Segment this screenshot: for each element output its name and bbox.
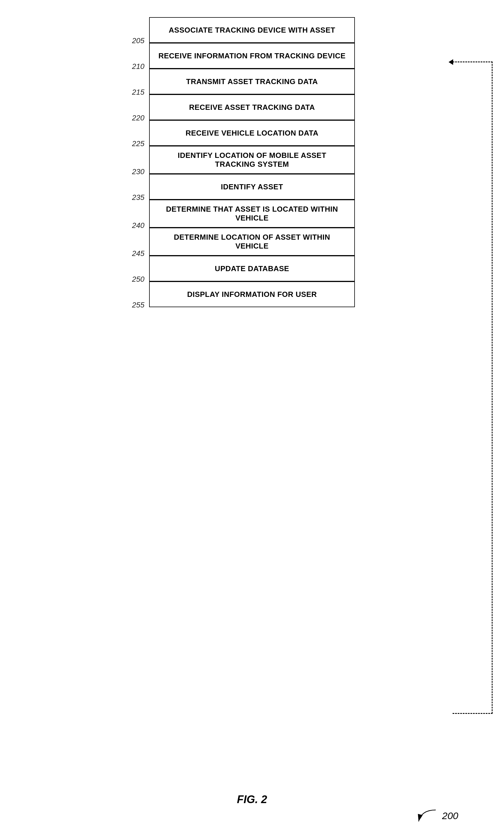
box-250: UPDATE DATABASE — [149, 256, 355, 281]
step-215: TRANSMIT ASSET TRACKING DATA 215 — [123, 69, 381, 95]
box-230-text: IDENTIFY LOCATION OF MOBILE ASSET TRACKI… — [157, 151, 347, 169]
box-210-text: RECEIVE INFORMATION FROM TRACKING DEVICE — [158, 51, 345, 61]
box-215-text: TRANSMIT ASSET TRACKING DATA — [186, 77, 318, 86]
box-250-text: UPDATE DATABASE — [215, 264, 289, 273]
box-220-text: RECEIVE ASSET TRACKING DATA — [189, 103, 315, 112]
step-225: RECEIVE VEHICLE LOCATION DATA 225 — [123, 120, 381, 146]
label-255: 255 — [132, 301, 144, 309]
box-225-text: RECEIVE VEHICLE LOCATION DATA — [185, 129, 318, 138]
box-210: RECEIVE INFORMATION FROM TRACKING DEVICE — [149, 43, 355, 69]
feedback-dashed-line — [492, 62, 492, 714]
feedback-arrowhead — [449, 59, 453, 65]
diagram-container: ASSOCIATE TRACKING DEVICE WITH ASSET 205… — [0, 0, 504, 840]
step-220: RECEIVE ASSET TRACKING DATA 220 — [123, 95, 381, 120]
ref-200-container: 200 — [416, 807, 458, 824]
step-240: DETERMINE THAT ASSET IS LOCATED WITHIN V… — [123, 200, 381, 228]
box-215: TRANSMIT ASSET TRACKING DATA — [149, 69, 355, 95]
feedback-bottom-horizontal — [453, 713, 492, 714]
ref-200-label: 200 — [442, 810, 458, 821]
box-230: IDENTIFY LOCATION OF MOBILE ASSET TRACKI… — [149, 146, 355, 174]
box-235-text: IDENTIFY ASSET — [221, 183, 283, 191]
box-255-text: DISPLAY INFORMATION FOR USER — [187, 290, 317, 299]
box-205-text: ASSOCIATE TRACKING DEVICE WITH ASSET — [169, 26, 336, 35]
box-245: DETERMINE LOCATION OF ASSET WITHIN VEHIC… — [149, 228, 355, 256]
box-245-text: DETERMINE LOCATION OF ASSET WITHIN VEHIC… — [157, 233, 347, 251]
step-230: IDENTIFY LOCATION OF MOBILE ASSET TRACKI… — [123, 146, 381, 174]
box-240: DETERMINE THAT ASSET IS LOCATED WITHIN V… — [149, 200, 355, 228]
step-235: IDENTIFY ASSET 235 — [123, 174, 381, 200]
ref-200-arrow-icon — [416, 807, 438, 824]
step-210: RECEIVE INFORMATION FROM TRACKING DEVICE… — [123, 43, 381, 69]
box-225: RECEIVE VEHICLE LOCATION DATA — [149, 120, 355, 146]
step-255: DISPLAY INFORMATION FOR USER 255 — [123, 281, 381, 307]
box-240-text: DETERMINE THAT ASSET IS LOCATED WITHIN V… — [157, 205, 347, 223]
feedback-top-horizontal — [453, 62, 492, 62]
flowchart: ASSOCIATE TRACKING DEVICE WITH ASSET 205… — [123, 17, 381, 307]
figure-label: FIG. 2 — [237, 793, 267, 806]
step-205: ASSOCIATE TRACKING DEVICE WITH ASSET 205 — [123, 17, 381, 43]
box-220: RECEIVE ASSET TRACKING DATA — [149, 95, 355, 120]
box-235: IDENTIFY ASSET — [149, 174, 355, 200]
step-250: UPDATE DATABASE 250 — [123, 256, 381, 281]
box-205: ASSOCIATE TRACKING DEVICE WITH ASSET — [149, 17, 355, 43]
step-245: DETERMINE LOCATION OF ASSET WITHIN VEHIC… — [123, 228, 381, 256]
box-255: DISPLAY INFORMATION FOR USER — [149, 281, 355, 307]
